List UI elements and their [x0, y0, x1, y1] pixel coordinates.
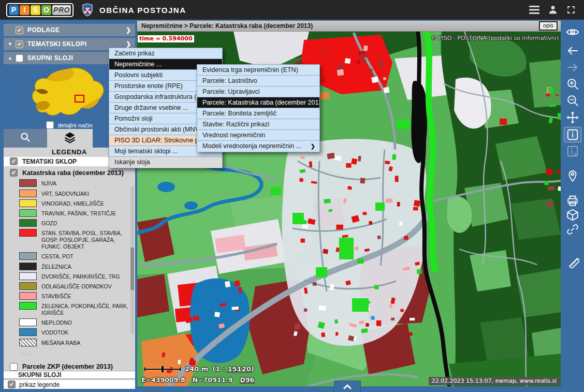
menu-item[interactable]: Parcele: Upravljavci	[197, 86, 319, 97]
opis-button[interactable]: opis	[539, 21, 558, 31]
legend-swatch	[19, 282, 37, 290]
section-checkbox[interactable]	[16, 26, 23, 34]
legend-layer-row[interactable]: Katastrska raba (december 2013)	[4, 168, 135, 178]
scale-ratio-value[interactable]: 15120	[227, 365, 251, 373]
legend-muted-label: naziv	[4, 351, 135, 357]
menu-item-label: Poslovni subjekti	[114, 70, 163, 81]
search-icon	[20, 132, 31, 145]
chevron-right-icon[interactable]: ❯	[126, 40, 131, 48]
breadcrumb: Nepremičnine > Parcele: Katastrska raba …	[141, 22, 313, 30]
menu-item-label: Vrednost nepremičnin	[202, 130, 265, 141]
location-pin-button[interactable]	[564, 168, 581, 184]
legend-item-label: DVORIŠČE, PARKIRIŠČE, TRG	[41, 272, 120, 280]
cube-3d-button[interactable]	[564, 207, 581, 223]
zoom-in-button[interactable]	[564, 76, 581, 92]
menu-item-label: Prostorske enote (RPE)	[114, 81, 183, 92]
tab-layers[interactable]	[47, 129, 93, 148]
legend-secondary-checkbox[interactable]	[10, 363, 18, 371]
menu-item[interactable]: Parcele: Katastrska raba (december 2013)	[197, 97, 319, 108]
eye-button[interactable]	[564, 24, 581, 40]
legend-swatch	[19, 229, 37, 237]
identify-button[interactable]	[564, 127, 581, 142]
arrow-left-button[interactable]	[564, 43, 581, 59]
section-checkbox[interactable]	[16, 54, 23, 62]
print-icon	[566, 194, 579, 208]
identify-group-button[interactable]: g	[564, 143, 581, 159]
legend-item: ZELENICA, POKOPALIŠČE, PARK, IGRIŠČE	[19, 302, 135, 316]
legend-secondary-layer-row[interactable]: Parcele ZKP (december 2013)	[4, 363, 135, 371]
legend-group-checkbox[interactable]	[10, 157, 18, 165]
section-checkbox[interactable]	[16, 40, 23, 48]
detail-mode-label: detajlni način	[57, 122, 92, 128]
sidebar-section-podlage[interactable]: PODLAGE❯	[4, 24, 135, 36]
menu-item-label: Parcele: Lastništvo	[202, 76, 257, 86]
scale-ratio: (1 : 15120)	[212, 365, 254, 373]
detail-mode-checkbox[interactable]	[46, 121, 54, 129]
fullscreen-icon[interactable]	[566, 5, 576, 14]
location-pin-icon	[566, 169, 579, 183]
bottom-panel-expand-tab[interactable]	[334, 381, 361, 392]
section-label: PODLAGE	[27, 26, 60, 34]
legend-secondary-label: Parcele ZKP (december 2013)	[22, 363, 113, 370]
municipality-crest-icon	[82, 3, 93, 17]
menu-item[interactable]: Modeli vrednotenja nepremičnin ...❯	[197, 141, 319, 152]
chevron-right-icon[interactable]: ❯	[126, 26, 131, 34]
legend-layer-label: Katastrska raba (december 2013)	[22, 169, 124, 177]
show-legend-row[interactable]: prikaz legende	[4, 380, 135, 389]
scale-bar-graphic	[144, 366, 181, 373]
menu-item[interactable]: Začetni prikaz	[109, 48, 222, 59]
legend-swatch	[19, 339, 37, 346]
collapse-up-icon[interactable]: ▲	[8, 55, 16, 61]
collapse-down-icon[interactable]: ▼	[8, 41, 16, 47]
legend-swatch	[19, 263, 37, 270]
pan-button[interactable]	[564, 110, 581, 125]
legend-swatch	[19, 292, 37, 300]
legend-layer-checkbox[interactable]	[10, 169, 18, 177]
print-button[interactable]	[564, 193, 581, 209]
menu-item[interactable]: Iskanje sloja	[109, 157, 222, 168]
section-label: SKUPNI SLOJI	[27, 54, 73, 62]
show-legend-checkbox[interactable]	[8, 381, 16, 388]
sidebar-tabs	[4, 129, 93, 148]
legend-item-label: ODLAGALIŠČE ODPADKOV	[41, 282, 112, 290]
arrow-right-icon	[566, 61, 579, 74]
legend-item-label: ŽELEZNICA	[41, 263, 71, 270]
legend-item-label: TRAVNIK, PAŠNIK, TRSTIČJE	[41, 209, 116, 217]
brand-tile-pro: PRO	[52, 5, 71, 15]
menu-item[interactable]: Parcele: Boniteta zemljišč	[197, 108, 319, 119]
arrow-left-icon	[566, 44, 579, 57]
legend-swatch	[19, 272, 37, 280]
tab-search[interactable]	[4, 129, 47, 148]
legend-scrollbar-thumb[interactable]	[130, 248, 134, 290]
menu-item[interactable]: Stavbe: Različni prikazi	[197, 119, 319, 130]
menu-item-label: Parcele: Katastrska raba (december 2013)	[202, 97, 319, 108]
menu-item-label: Stavbe: Različni prikazi	[202, 119, 269, 130]
menu-item[interactable]: Vrednost nepremičnin	[197, 130, 319, 141]
link-button[interactable]	[564, 222, 581, 237]
legend-swatch	[19, 219, 37, 227]
legend-scrollbar[interactable]	[130, 186, 134, 334]
app-header: PISOPRO OBČINA POSTOJNA	[0, 0, 584, 20]
menu-item-label: Gospodarska infrastruktura (GJI)	[114, 92, 209, 103]
app-title: OBČINA POSTOJNA	[99, 6, 186, 14]
ruler-icon	[566, 255, 579, 268]
piso-pro-logo[interactable]: PISOPRO	[6, 3, 74, 17]
menu-icon[interactable]	[529, 6, 539, 14]
menu-item[interactable]: Parcele: Lastništvo	[197, 76, 319, 86]
menu-item-label: Druge državne vsebine ...	[114, 103, 188, 113]
legend-item: STAN. STAVBA, POSL. STAVBA, GOSP. POSLOP…	[19, 229, 135, 250]
map-toolbar: g	[561, 20, 584, 392]
render-time-label: time = 0.594000	[138, 35, 194, 42]
menu-item-label: Parcele: Boniteta zemljišč	[202, 108, 276, 119]
coord-datum[interactable]: D96	[240, 376, 255, 384]
scale-bar: 240 m (1 : 15120)	[144, 365, 254, 373]
legend-group-label: TEMATSKI SKLOP	[22, 158, 77, 165]
zoom-out-button[interactable]	[564, 93, 581, 108]
arrow-right-button[interactable]	[564, 60, 581, 75]
user-icon[interactable]	[548, 5, 558, 15]
legend-footer-group[interactable]: SKUPNI SLOJI	[4, 371, 135, 379]
brand-tile-p: P	[9, 5, 19, 15]
ruler-button[interactable]	[564, 254, 581, 269]
menu-item[interactable]: Evidenca trga nepremičnin (ETN)	[197, 65, 319, 76]
menu-item-label: Parcele: Upravljavci	[202, 86, 259, 97]
